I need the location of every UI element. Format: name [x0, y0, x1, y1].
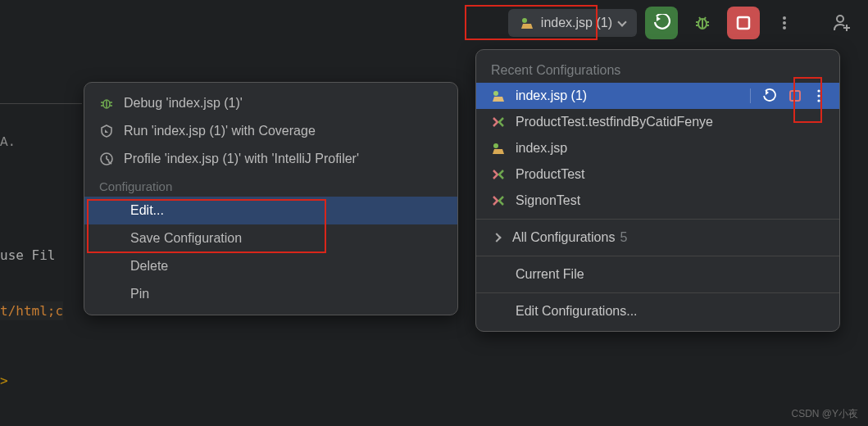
editor-text: A. — [0, 135, 16, 150]
editor-text: > — [0, 373, 8, 388]
menu-item-label: Delete — [130, 259, 443, 274]
config-item-label: SignonTest — [516, 193, 825, 208]
config-item-actions — [750, 88, 825, 103]
count-badge: 5 — [620, 230, 627, 244]
more-button[interactable] — [768, 7, 801, 39]
svg-point-30 — [493, 143, 498, 148]
chevron-down-icon — [617, 17, 626, 26]
bug-icon — [99, 96, 114, 111]
run-config-dropdown[interactable]: index.jsp (1) — [508, 9, 637, 37]
svg-point-0 — [522, 18, 527, 23]
all-configs-label: All Configurations5 — [512, 230, 825, 245]
svg-point-28 — [817, 94, 820, 97]
config-item-label: index.jsp (1) — [516, 88, 734, 103]
current-file-label: Current File — [516, 267, 825, 282]
config-item[interactable]: SignonTest — [476, 188, 839, 214]
test-icon — [491, 167, 506, 182]
chevron-right-icon — [492, 233, 501, 242]
config-item[interactable]: index.jsp — [476, 135, 839, 161]
run-button[interactable] — [645, 7, 678, 39]
run-config-popup: Recent Configurations index.jsp (1) Prod… — [475, 49, 840, 332]
editor-text: use Fil — [0, 247, 55, 263]
clock-icon — [99, 152, 114, 166]
config-item-label: ProductTest.testfindByCatidFenye — [516, 115, 825, 129]
context-menu: Debug 'index.jsp (1)' Run 'index.jsp (1)… — [84, 82, 458, 315]
config-item[interactable]: ProductTest.testfindByCatidFenye — [476, 109, 839, 135]
config-item[interactable]: ProductTest — [476, 161, 839, 188]
svg-point-27 — [817, 89, 820, 92]
config-item-label: index.jsp — [516, 141, 825, 156]
test-icon — [491, 193, 506, 208]
config-item-selected[interactable]: index.jsp (1) — [476, 83, 839, 109]
run-config-label: index.jsp (1) — [541, 16, 612, 30]
config-item-label: ProductTest — [516, 167, 825, 182]
edit-configs-label: Edit Configurations... — [516, 304, 825, 319]
tomcat-icon — [520, 16, 534, 30]
svg-point-11 — [783, 21, 786, 25]
stop-button[interactable] — [727, 7, 760, 39]
current-file[interactable]: Current File — [476, 261, 839, 288]
main-toolbar: index.jsp (1) — [508, 7, 858, 39]
menu-debug[interactable]: Debug 'index.jsp (1)' — [84, 89, 457, 117]
menu-coverage[interactable]: Run 'index.jsp (1)' with Coverage — [84, 117, 457, 145]
svg-point-12 — [783, 26, 786, 29]
rerun-icon[interactable] — [762, 88, 777, 103]
svg-point-25 — [493, 91, 498, 96]
menu-item-label: Run 'index.jsp (1)' with Coverage — [124, 124, 443, 138]
menu-item-label: Edit... — [130, 203, 443, 218]
menu-item-label: Save Configuration — [130, 231, 443, 246]
tomcat-icon — [491, 141, 506, 156]
menu-section-label: Configuration — [84, 173, 457, 197]
svg-rect-26 — [790, 91, 800, 101]
kebab-icon[interactable] — [813, 88, 825, 103]
menu-delete[interactable]: Delete — [84, 252, 457, 280]
test-icon — [491, 115, 506, 129]
svg-point-29 — [817, 99, 820, 102]
svg-line-24 — [107, 159, 109, 161]
add-user-button[interactable] — [825, 7, 858, 39]
debug-button[interactable] — [686, 7, 719, 39]
svg-point-13 — [837, 16, 843, 22]
svg-point-10 — [783, 16, 786, 20]
menu-edit[interactable]: Edit... — [84, 197, 457, 224]
watermark: CSDN @Y小夜 — [791, 407, 858, 421]
menu-item-label: Pin — [130, 287, 443, 301]
menu-item-label: Debug 'index.jsp (1)' — [124, 96, 443, 111]
menu-item-label: Profile 'index.jsp (1)' with 'IntelliJ P… — [124, 152, 443, 166]
stop-icon[interactable] — [788, 89, 802, 102]
dropdown-header: Recent Configurations — [476, 57, 839, 83]
shield-icon — [99, 124, 114, 138]
edit-configurations[interactable]: Edit Configurations... — [476, 298, 839, 324]
svg-rect-9 — [738, 17, 749, 29]
all-configurations[interactable]: All Configurations5 — [476, 224, 839, 251]
menu-profile[interactable]: Profile 'index.jsp (1)' with 'IntelliJ P… — [84, 145, 457, 173]
menu-save-config[interactable]: Save Configuration — [84, 224, 457, 252]
editor-text: t/html;c — [0, 301, 63, 320]
tomcat-icon — [491, 88, 506, 103]
menu-pin[interactable]: Pin — [84, 280, 457, 308]
